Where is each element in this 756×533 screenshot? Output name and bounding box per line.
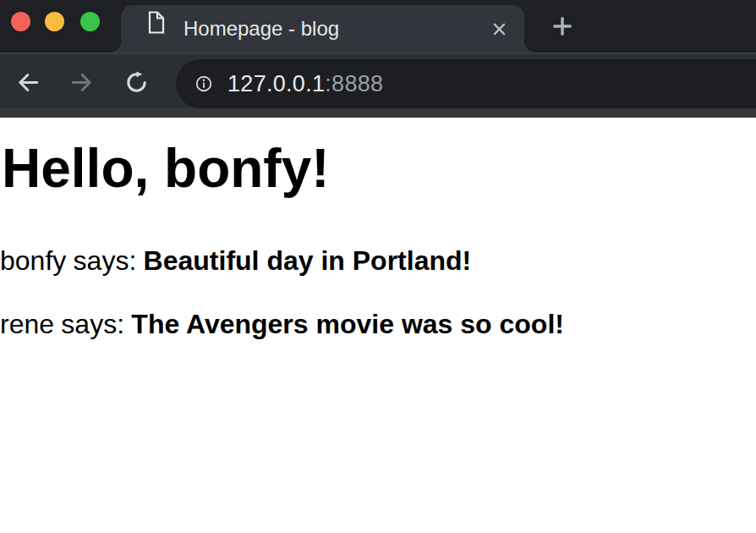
back-button[interactable] [14,68,42,96]
url-host: 127.0.0.1 [227,71,325,96]
post-says-label: says: [74,245,137,276]
reload-icon [123,69,150,96]
tab-strip: Homepage - blog [0,0,756,52]
active-tab[interactable]: Homepage - blog [121,5,524,52]
post-says-label: says: [61,309,124,339]
reload-button[interactable] [122,68,151,96]
address-bar[interactable]: 127.0.0.1:8888 [176,59,756,108]
document-icon [148,11,165,34]
post-author: bonfy [0,245,66,276]
tab-flare-right [524,41,536,52]
page-content: Hello, bonfy! bonfysays:Beautiful day in… [0,118,756,533]
arrow-left-icon [15,69,41,96]
plus-icon [551,15,573,37]
tab-flare-left [109,41,121,52]
macos-maximize-button[interactable] [80,12,100,31]
toolbar-bottom-band [0,108,756,118]
arrow-right-icon [68,69,95,96]
new-tab-button[interactable] [548,12,577,41]
info-icon[interactable] [194,74,213,93]
macos-minimize-button[interactable] [45,12,64,31]
post-author: rene [0,309,54,339]
post-message: Beautiful day in Portland! [144,245,472,276]
browser-toolbar: 127.0.0.1:8888 [0,52,756,108]
close-icon [491,21,507,37]
macos-close-button[interactable] [11,12,30,31]
blog-post: bonfysays:Beautiful day in Portland! [0,247,756,274]
tab-title: Homepage - blog [184,5,339,52]
blog-post: renesays:The Avengers movie was so cool! [0,310,756,338]
post-message: The Avengers movie was so cool! [131,309,564,339]
page-title: Hello, bonfy! [2,141,756,195]
tab-close-button[interactable] [487,17,511,41]
browser-window: Homepage - blog [0,0,756,533]
url-text[interactable]: 127.0.0.1:8888 [227,71,383,97]
forward-button[interactable] [67,68,96,96]
url-port: :8888 [325,71,383,96]
